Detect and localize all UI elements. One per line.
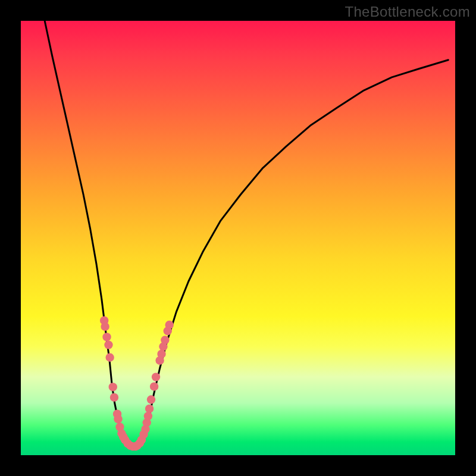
chart-svg — [21, 21, 455, 455]
left-marker — [102, 333, 111, 341]
watermark-text: TheBottleneck.com — [345, 4, 470, 20]
right-marker — [165, 321, 173, 329]
left-marker — [114, 415, 122, 423]
right-marker — [150, 382, 158, 390]
right-marker — [161, 336, 169, 344]
right-marker — [145, 405, 154, 413]
left-marker — [104, 340, 112, 349]
plot-area — [21, 21, 455, 455]
marker-layer — [100, 317, 174, 451]
chart-frame: TheBottleneck.com — [0, 0, 476, 476]
left-marker — [105, 353, 114, 362]
right-marker — [157, 350, 165, 358]
curve-layer — [45, 21, 448, 446]
right-marker — [152, 372, 160, 381]
left-marker — [109, 383, 117, 391]
left-marker — [110, 393, 118, 402]
left-branch — [45, 21, 134, 446]
right-marker — [144, 412, 152, 420]
right-marker — [147, 395, 155, 403]
left-marker — [101, 322, 109, 331]
right-branch — [134, 60, 448, 447]
